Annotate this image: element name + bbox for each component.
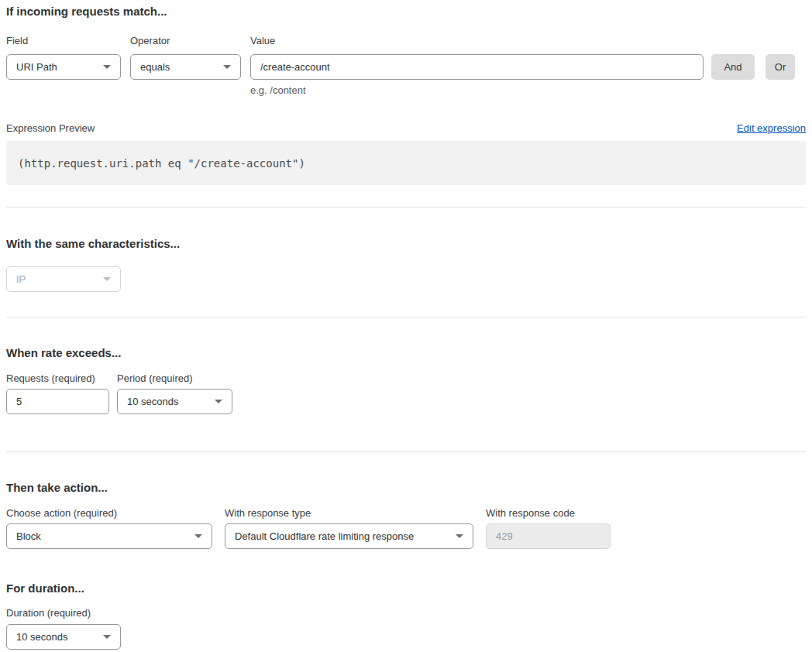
action-controls-row: Block Default Cloudflare rate limiting r… (6, 523, 806, 549)
operator-label: Operator (130, 35, 241, 47)
rate-section-heading: When rate exceeds... (6, 346, 806, 360)
duration-dropdown[interactable]: 10 seconds (6, 624, 121, 650)
rate-labels-row: Requests (required) Period (required) (6, 372, 806, 385)
characteristic-dropdown: IP (6, 266, 121, 292)
chevron-down-icon (103, 635, 111, 639)
period-dropdown-value: 10 seconds (127, 396, 179, 407)
field-dropdown[interactable]: URI Path (6, 54, 121, 80)
duration-controls-row: 10 seconds (6, 624, 806, 650)
value-label: Value (250, 35, 275, 47)
period-label: Period (required) (117, 372, 193, 385)
response-type-dropdown-value: Default Cloudflare rate limiting respons… (235, 530, 414, 542)
choose-action-label: Choose action (required) (6, 507, 212, 520)
expression-preview-label: Expression Preview (6, 122, 95, 135)
expression-text: (http.request.uri.path eq "/create-accou… (18, 157, 305, 170)
action-labels-row: Choose action (required) With response t… (6, 507, 806, 520)
characteristic-dropdown-value: IP (16, 273, 26, 285)
field-label: Field (6, 35, 121, 47)
field-dropdown-value: URI Path (16, 61, 57, 73)
chevron-down-icon (103, 277, 111, 281)
match-controls-row: URI Path equals And Or (6, 54, 806, 80)
requests-label: Requests (required) (6, 372, 109, 385)
response-type-dropdown[interactable]: Default Cloudflare rate limiting respons… (225, 523, 473, 549)
response-code-input (486, 523, 611, 549)
edit-expression-link[interactable]: Edit expression (737, 122, 806, 135)
duration-section-heading: For duration... (6, 582, 806, 595)
period-dropdown[interactable]: 10 seconds (117, 389, 232, 414)
requests-input[interactable] (6, 389, 109, 414)
expression-preview-header: Expression Preview Edit expression (6, 122, 806, 135)
section-divider (6, 317, 806, 317)
action-section-heading: Then take action... (6, 481, 806, 495)
and-button[interactable]: And (711, 54, 755, 80)
chevron-down-icon (223, 65, 231, 69)
choose-action-dropdown-value: Block (16, 530, 41, 542)
chevron-down-icon (194, 534, 202, 538)
characteristics-controls-row: IP (6, 266, 806, 292)
chevron-down-icon (456, 534, 463, 538)
response-type-label: With response type (225, 507, 473, 520)
chevron-down-icon (215, 400, 222, 403)
section-divider (6, 451, 806, 452)
duration-dropdown-value: 10 seconds (16, 631, 68, 643)
value-hint: e.g. /content (250, 84, 806, 97)
operator-dropdown-value: equals (140, 61, 170, 73)
match-section-heading: If incoming requests match... (6, 5, 806, 19)
operator-dropdown[interactable]: equals (130, 54, 241, 80)
response-code-label: With response code (486, 507, 575, 520)
duration-label: Duration (required) (6, 607, 806, 619)
rate-limiting-rule-form: If incoming requests match... Field Oper… (0, 0, 812, 652)
section-divider (6, 207, 806, 208)
characteristics-section-heading: With the same characteristics... (6, 237, 806, 251)
chevron-down-icon (103, 65, 111, 69)
or-button[interactable]: Or (766, 54, 795, 80)
choose-action-dropdown[interactable]: Block (6, 523, 212, 549)
rate-controls-row: 10 seconds (6, 389, 806, 414)
expression-preview-box: (http.request.uri.path eq "/create-accou… (6, 141, 806, 185)
match-labels-row: Field Operator Value (6, 35, 806, 47)
value-input[interactable] (250, 54, 704, 80)
